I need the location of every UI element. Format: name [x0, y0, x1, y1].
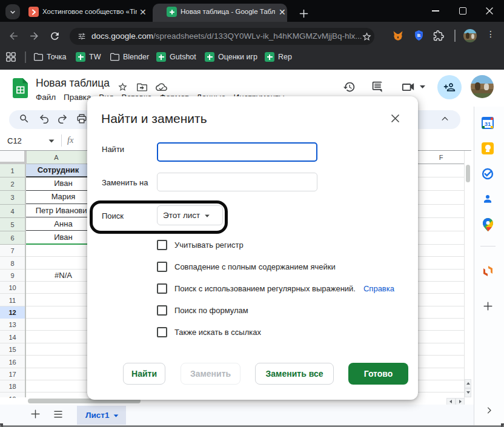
svg-text:B: B [417, 33, 421, 38]
svg-text:31: 31 [485, 121, 491, 127]
